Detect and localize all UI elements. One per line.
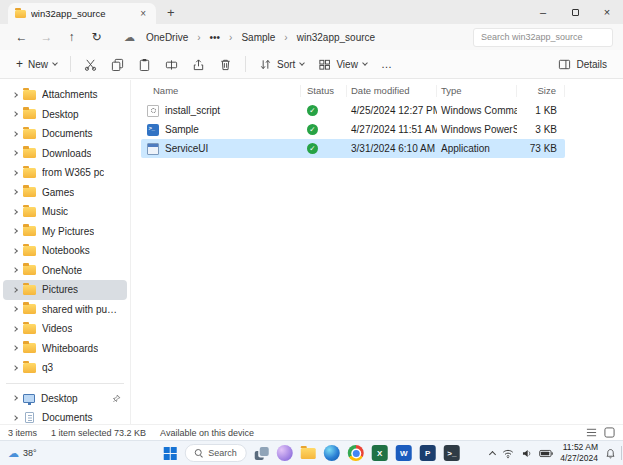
sidebar-item-pictures[interactable]: Pictures bbox=[3, 280, 127, 300]
volume-icon[interactable] bbox=[521, 448, 532, 459]
breadcrumb-sample[interactable]: Sample bbox=[239, 31, 277, 44]
chevron-right-icon[interactable] bbox=[12, 365, 18, 371]
sidebar-item-documents[interactable]: Documents bbox=[3, 124, 127, 144]
notification-bell-icon[interactable] bbox=[605, 448, 616, 459]
folder-icon bbox=[23, 129, 36, 139]
explorer-tab[interactable]: win32app_source × bbox=[8, 3, 156, 24]
chevron-right-icon[interactable] bbox=[12, 92, 18, 98]
sidebar-item-from-w365-pc[interactable]: from W365 pc bbox=[3, 163, 127, 183]
minimize-button[interactable]: – bbox=[527, 0, 559, 24]
file-row-serviceui[interactable]: ServiceUI ✓ 3/31/2024 6:10 AM Applicatio… bbox=[141, 139, 565, 158]
more-options-button[interactable]: … bbox=[375, 54, 399, 74]
sidebar-item-whiteboards[interactable]: Whiteboards bbox=[3, 339, 127, 359]
column-header-status[interactable]: Status bbox=[301, 85, 347, 97]
folder-icon bbox=[23, 285, 36, 295]
breadcrumb-drive[interactable]: OneDrive bbox=[144, 31, 190, 44]
wifi-icon[interactable] bbox=[502, 448, 514, 459]
show-desktop-button[interactable] bbox=[621, 446, 622, 460]
new-button[interactable]: + New bbox=[10, 54, 63, 74]
chevron-right-icon[interactable] bbox=[12, 345, 18, 351]
battery-icon[interactable] bbox=[539, 449, 553, 458]
sidebar-divider bbox=[6, 383, 124, 384]
sidebar-item-notebooks[interactable]: Notebooks bbox=[3, 241, 127, 261]
sort-button[interactable]: Sort bbox=[253, 54, 310, 75]
chrome-browser-icon[interactable] bbox=[348, 445, 364, 461]
sidebar-item-q3[interactable]: q3 bbox=[3, 358, 127, 378]
share-button[interactable] bbox=[186, 54, 211, 75]
edge-browser-icon[interactable] bbox=[324, 445, 340, 461]
breadcrumb-current[interactable]: win32app_source bbox=[295, 31, 377, 44]
sort-icon bbox=[259, 58, 272, 71]
sidebar-item-label: shared with public bbox=[42, 304, 121, 315]
column-header-size[interactable]: Size bbox=[517, 85, 565, 97]
breadcrumb-collapsed[interactable]: ••• bbox=[208, 31, 223, 44]
sidebar-item-videos[interactable]: Videos bbox=[3, 319, 127, 339]
forward-button[interactable]: → bbox=[35, 26, 58, 48]
sidebar-item-games[interactable]: Games bbox=[3, 183, 127, 203]
cut-button[interactable] bbox=[78, 54, 103, 75]
rename-button[interactable] bbox=[159, 54, 184, 75]
powerpoint-icon[interactable]: P bbox=[420, 445, 436, 461]
status-bar: 3 items 1 item selected 73.2 KB Availabl… bbox=[0, 424, 623, 440]
file-row-sample[interactable]: Sample ✓ 4/27/2024 11:51 AM Windows Powe… bbox=[141, 120, 565, 139]
file-row-install-script[interactable]: install_script ✓ 4/25/2024 12:27 PM Wind… bbox=[141, 101, 565, 120]
refresh-button[interactable]: ↻ bbox=[85, 26, 108, 48]
sidebar-item-label: Attachments bbox=[42, 89, 98, 100]
file-type: Windows PowerS... bbox=[437, 124, 517, 135]
taskbar-search[interactable]: Search bbox=[184, 444, 247, 462]
file-explorer-icon[interactable] bbox=[301, 448, 316, 459]
copy-button[interactable] bbox=[105, 54, 130, 75]
chevron-right-icon[interactable] bbox=[12, 111, 18, 117]
close-button[interactable]: × bbox=[591, 0, 623, 24]
column-header-type[interactable]: Type bbox=[437, 85, 517, 97]
sidebar-item-pinned-documents[interactable]: Documents bbox=[3, 408, 127, 424]
chevron-right-icon[interactable] bbox=[12, 189, 18, 195]
chevron-right-icon[interactable] bbox=[12, 267, 18, 273]
start-button[interactable] bbox=[163, 447, 176, 460]
paste-button[interactable] bbox=[132, 54, 157, 75]
search-input[interactable] bbox=[473, 28, 613, 47]
chevron-right-icon[interactable] bbox=[12, 170, 18, 176]
chevron-right-icon[interactable] bbox=[12, 248, 18, 254]
column-header-name[interactable]: Name bbox=[141, 85, 301, 97]
copilot-icon[interactable] bbox=[277, 445, 293, 461]
delete-button[interactable] bbox=[213, 54, 238, 75]
sidebar-item-shared-with-public[interactable]: shared with public bbox=[3, 300, 127, 320]
folder-icon bbox=[23, 148, 36, 158]
chevron-right-icon[interactable] bbox=[12, 395, 18, 401]
clock[interactable]: 11:52 AM 4/27/2024 bbox=[560, 442, 598, 463]
column-header-date-modified[interactable]: Date modified bbox=[347, 85, 437, 97]
chevron-right-icon[interactable] bbox=[12, 150, 18, 156]
task-view-button[interactable] bbox=[255, 447, 269, 460]
thumbnail-view-toggle-icon[interactable] bbox=[604, 427, 615, 438]
terminal-icon[interactable]: >_ bbox=[444, 445, 460, 461]
sidebar-item-music[interactable]: Music bbox=[3, 202, 127, 222]
up-button[interactable]: ↑ bbox=[60, 26, 83, 48]
sidebar-item-pinned-desktop[interactable]: Desktop bbox=[3, 389, 127, 409]
tray-chevron-up-icon[interactable] bbox=[489, 450, 496, 457]
sidebar-item-my-pictures[interactable]: My Pictures bbox=[3, 222, 127, 242]
tab-close-icon[interactable]: × bbox=[137, 9, 149, 19]
details-view-toggle-icon[interactable] bbox=[586, 427, 597, 438]
chevron-right-icon[interactable] bbox=[12, 287, 18, 293]
new-tab-button[interactable]: + bbox=[160, 5, 182, 20]
sidebar-item-onenote[interactable]: OneNote bbox=[3, 261, 127, 281]
sidebar-item-downloads[interactable]: Downloads bbox=[3, 144, 127, 164]
chevron-right-icon[interactable] bbox=[12, 326, 18, 332]
view-button[interactable]: View bbox=[312, 54, 373, 75]
back-button[interactable]: ← bbox=[10, 26, 33, 48]
sidebar-item-desktop[interactable]: Desktop bbox=[3, 105, 127, 125]
details-pane-button[interactable]: Details bbox=[552, 54, 613, 75]
chevron-right-icon[interactable] bbox=[12, 131, 18, 137]
maximize-button[interactable] bbox=[559, 0, 591, 24]
chevron-right-icon[interactable] bbox=[12, 415, 18, 421]
folder-icon bbox=[23, 226, 36, 236]
word-icon[interactable]: W bbox=[396, 445, 412, 461]
chevron-right-icon[interactable] bbox=[12, 306, 18, 312]
chevron-right-icon[interactable] bbox=[12, 209, 18, 215]
folder-icon bbox=[23, 207, 36, 217]
chevron-right-icon[interactable] bbox=[12, 228, 18, 234]
excel-icon[interactable]: X bbox=[372, 445, 388, 461]
sidebar-item-attachments[interactable]: Attachments bbox=[3, 85, 127, 105]
weather-widget[interactable]: ☁ 38° bbox=[8, 441, 37, 465]
